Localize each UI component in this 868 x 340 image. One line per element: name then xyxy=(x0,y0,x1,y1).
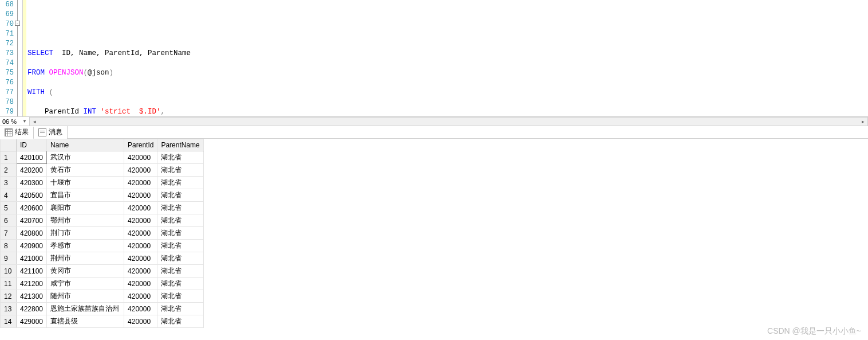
cell[interactable]: 孝感市 xyxy=(47,240,124,252)
cell[interactable]: 420300 xyxy=(17,177,47,189)
row-number[interactable]: 13 xyxy=(1,303,17,315)
table-row[interactable]: 12421300随州市420000湖北省 xyxy=(1,290,204,303)
splitter-bar[interactable]: 06 % ▼ ◂ ▸ xyxy=(0,117,868,126)
scroll-right-icon[interactable]: ▸ xyxy=(858,118,867,126)
cell[interactable]: 420700 xyxy=(17,214,47,227)
cell[interactable]: 黄冈市 xyxy=(47,265,124,278)
table-row[interactable]: 13422800恩施土家族苗族自治州420000湖北省 xyxy=(1,303,204,315)
cell[interactable]: 襄阳市 xyxy=(47,202,124,214)
cell[interactable]: 湖北省 xyxy=(157,278,203,290)
cell[interactable]: 湖北省 xyxy=(157,151,203,164)
table-row[interactable]: 8420900孝感市420000湖北省 xyxy=(1,240,204,252)
cell[interactable]: 湖北省 xyxy=(157,303,203,315)
cell[interactable]: 鄂州市 xyxy=(47,214,124,227)
cell[interactable]: 420000 xyxy=(124,189,157,202)
cell[interactable]: 421200 xyxy=(17,278,47,290)
cell[interactable]: 429000 xyxy=(17,315,47,328)
cell[interactable]: 直辖县级 xyxy=(47,315,124,328)
cell[interactable]: 荆州市 xyxy=(47,252,124,265)
column-header-parentid[interactable]: ParentId xyxy=(124,139,157,151)
row-number[interactable]: 5 xyxy=(1,202,17,214)
column-header-name[interactable]: Name xyxy=(47,139,124,151)
table-row[interactable]: 5420600襄阳市420000湖北省 xyxy=(1,202,204,214)
cell[interactable]: 湖北省 xyxy=(157,214,203,227)
cell[interactable]: 420000 xyxy=(124,315,157,328)
cell[interactable]: 420000 xyxy=(124,278,157,290)
cell[interactable]: 荆门市 xyxy=(47,227,124,240)
row-number[interactable]: 8 xyxy=(1,240,17,252)
cell[interactable]: 湖北省 xyxy=(157,252,203,265)
cell[interactable]: 湖北省 xyxy=(157,164,203,177)
cell[interactable]: 湖北省 xyxy=(157,189,203,202)
cell[interactable]: 421300 xyxy=(17,290,47,303)
cell[interactable]: 420100 xyxy=(17,151,47,164)
cell[interactable]: 湖北省 xyxy=(157,202,203,214)
cell[interactable]: 420200 xyxy=(17,164,47,177)
cell[interactable]: 十堰市 xyxy=(47,177,124,189)
table-row[interactable]: 1420100武汉市420000湖北省 xyxy=(1,151,204,164)
code-editor[interactable]: 68 69 70 71 72 73 74 75 76 77 78 79 - SE… xyxy=(0,0,868,117)
table-row[interactable]: 4420500宜昌市420000湖北省 xyxy=(1,189,204,202)
tab-messages[interactable]: 消息 xyxy=(34,126,68,139)
column-header-id[interactable]: ID xyxy=(17,139,47,151)
cell[interactable]: 420000 xyxy=(124,265,157,278)
cell[interactable]: 随州市 xyxy=(47,290,124,303)
table-row[interactable]: 9421000荆州市420000湖北省 xyxy=(1,252,204,265)
row-number[interactable]: 4 xyxy=(1,189,17,202)
table-row[interactable]: 14429000直辖县级420000湖北省 xyxy=(1,315,204,328)
table-row[interactable]: 10421100黄冈市420000湖北省 xyxy=(1,265,204,278)
cell[interactable]: 咸宁市 xyxy=(47,278,124,290)
cell[interactable]: 湖北省 xyxy=(157,290,203,303)
cell[interactable]: 420800 xyxy=(17,227,47,240)
zoom-dropdown-icon[interactable]: ▼ xyxy=(20,119,29,124)
row-number[interactable]: 2 xyxy=(1,164,17,177)
row-number[interactable]: 10 xyxy=(1,265,17,278)
row-number[interactable]: 14 xyxy=(1,315,17,328)
zoom-level[interactable]: 06 % xyxy=(0,118,19,126)
cell[interactable]: 420000 xyxy=(124,202,157,214)
table-row[interactable]: 7420800荆门市420000湖北省 xyxy=(1,227,204,240)
cell[interactable]: 420000 xyxy=(124,151,157,164)
cell[interactable]: 湖北省 xyxy=(157,240,203,252)
horizontal-scrollbar[interactable]: ◂ ▸ xyxy=(29,117,868,126)
row-number[interactable]: 3 xyxy=(1,177,17,189)
cell[interactable]: 422800 xyxy=(17,303,47,315)
column-header-parentname[interactable]: ParentName xyxy=(157,139,203,151)
row-number[interactable]: 6 xyxy=(1,214,17,227)
cell[interactable]: 湖北省 xyxy=(157,265,203,278)
cell[interactable]: 420000 xyxy=(124,240,157,252)
table-row[interactable]: 6420700鄂州市420000湖北省 xyxy=(1,214,204,227)
cell[interactable]: 湖北省 xyxy=(157,227,203,240)
cell[interactable]: 宜昌市 xyxy=(47,189,124,202)
cell[interactable]: 黄石市 xyxy=(47,164,124,177)
cell[interactable]: 湖北省 xyxy=(157,177,203,189)
cell[interactable]: 420600 xyxy=(17,202,47,214)
cell[interactable]: 420000 xyxy=(124,252,157,265)
code-content[interactable]: SELECT ID, Name, ParentId, ParentName FR… xyxy=(26,0,868,116)
cell[interactable]: 420000 xyxy=(124,227,157,240)
row-number[interactable]: 1 xyxy=(1,151,17,164)
results-grid[interactable]: ID Name ParentId ParentName 1420100武汉市42… xyxy=(0,139,868,328)
table-row[interactable]: 3420300十堰市420000湖北省 xyxy=(1,177,204,189)
outline-column[interactable]: - xyxy=(16,0,23,116)
row-number[interactable]: 11 xyxy=(1,278,17,290)
cell[interactable]: 420000 xyxy=(124,164,157,177)
cell[interactable]: 420000 xyxy=(124,303,157,315)
table-row[interactable]: 11421200咸宁市420000湖北省 xyxy=(1,278,204,290)
row-number[interactable]: 12 xyxy=(1,290,17,303)
cell[interactable]: 湖北省 xyxy=(157,315,203,328)
fold-toggle-icon[interactable]: - xyxy=(15,21,20,26)
table-row[interactable]: 2420200黄石市420000湖北省 xyxy=(1,164,204,177)
cell[interactable]: 420500 xyxy=(17,189,47,202)
cell[interactable]: 421000 xyxy=(17,252,47,265)
cell[interactable]: 恩施土家族苗族自治州 xyxy=(47,303,124,315)
cell[interactable]: 421100 xyxy=(17,265,47,278)
cell[interactable]: 420000 xyxy=(124,177,157,189)
row-number[interactable]: 9 xyxy=(1,252,17,265)
cell[interactable]: 420900 xyxy=(17,240,47,252)
row-number[interactable]: 7 xyxy=(1,227,17,240)
tab-results[interactable]: 结果 xyxy=(0,127,34,139)
cell[interactable]: 420000 xyxy=(124,290,157,303)
scroll-left-icon[interactable]: ◂ xyxy=(30,118,39,126)
cell[interactable]: 420000 xyxy=(124,214,157,227)
